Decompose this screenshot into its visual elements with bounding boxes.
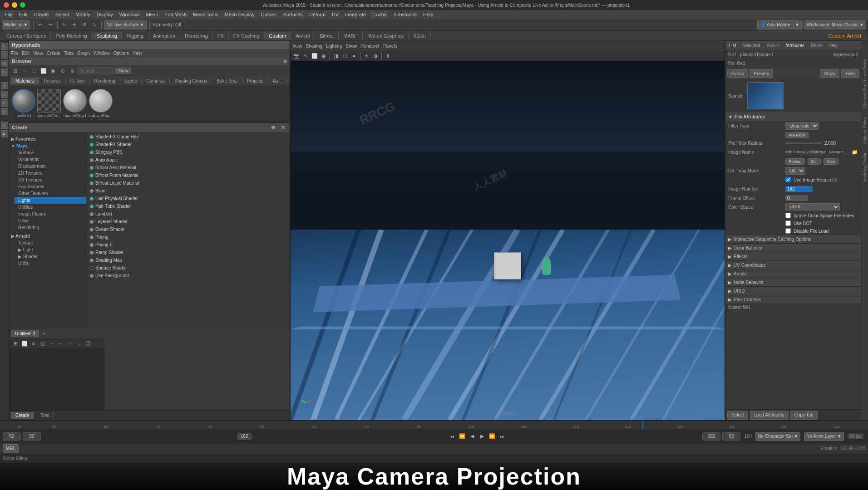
ne-frame-icon[interactable]: ⬜ [20,339,29,348]
tree-arnold-light[interactable]: ▶ Light [15,246,86,253]
nav-tab-poly-modeling[interactable]: Poly Modeling [51,32,92,39]
tree-arnold-shader[interactable]: ▶ Shader [15,253,86,260]
ne-layout-icon[interactable]: ≡ [30,339,38,348]
vp-shading-icon[interactable]: ◨ [332,52,340,60]
load-attrs-button[interactable]: Load Attributes [750,411,789,420]
vp-frame-icon[interactable]: ⬜ [311,52,319,60]
move-icon[interactable]: ✛ [70,21,79,29]
right-tab-help[interactable]: Help [827,43,840,49]
show-button[interactable]: Show [820,69,839,78]
browser-tab-bake-sets[interactable]: Bake Sets [212,78,242,84]
vp-light-icon[interactable]: ☀ [362,52,370,60]
list-phong-e[interactable]: Phong E [86,241,290,249]
vp-menu-panels[interactable]: Panels [383,44,397,49]
arnold-header[interactable]: ▶ Arnold [725,270,861,278]
char-set-dropdown[interactable]: No Character Set ▼ [755,432,800,441]
list-use-background[interactable]: Use Background [86,272,290,279]
list-bifrost-aero[interactable]: Bifrost Aero Material [86,164,290,172]
step-fwd-btn[interactable]: ⏩ [488,432,496,441]
nav-tab-curves-surfaces[interactable]: Curves / Surfaces [2,32,51,39]
list-phong[interactable]: Phong [86,233,290,241]
sidebar-snap-point[interactable]: V [1,108,8,115]
edit-btn[interactable]: Edit [808,158,821,165]
tree-displacement[interactable]: Displacement [15,163,86,170]
browser-show-btn[interactable]: Show [115,68,131,74]
right-tab-show[interactable]: Show [809,43,824,49]
tree-3d-textures[interactable]: 3D Textures [15,176,86,183]
image-browse-icon[interactable]: 📁 [851,148,858,156]
ne-select-icon[interactable]: ◻ [39,339,47,348]
list-shaderfx-shader[interactable]: ShaderFX Shader [86,141,290,148]
node-behavior-header[interactable]: ▶ Node Behavior [725,278,861,286]
right-tab-focus[interactable]: Focus [764,43,780,49]
sidebar-move-icon[interactable]: ↕ [1,51,8,59]
ne-traverse-up[interactable]: ↑ [66,339,74,348]
nav-tab-sculpting[interactable]: Sculpting [92,32,122,39]
effects-header[interactable]: ▶ Effects [725,252,861,260]
browser-tb-icon-4[interactable]: ⬜ [39,67,48,75]
vp-isolate-icon[interactable]: ◉ [320,52,328,60]
menu-generate[interactable]: Generate [342,11,369,18]
vp-menu-lighting[interactable]: Lighting [326,44,342,49]
browser-tb-icon-7[interactable]: ⊗ [68,67,76,75]
hs-menu-create[interactable]: Create [47,51,60,56]
hs-menu-options[interactable]: Options [113,51,128,56]
nav-tab-arnold[interactable]: Arnold [291,32,315,39]
tab-bins[interactable]: Bins [36,412,54,419]
menu-create[interactable]: Create [31,11,52,18]
browser-tab-as[interactable]: As... [268,78,287,84]
browser-tb-icon-2[interactable]: ≡ [20,67,29,75]
ignore-cs-checkbox[interactable] [785,213,791,218]
browser-tab-rendering[interactable]: Rendering [90,78,120,84]
menu-windows[interactable]: Windows [117,11,143,18]
rotate-icon[interactable]: ↺ [80,21,89,29]
tab-create[interactable]: Create [11,412,34,419]
ne-traverse-down[interactable]: ↓ [75,339,83,348]
vp-smooth-icon[interactable]: ● [350,52,358,60]
list-hair-tube[interactable]: Hair Tube Shader [86,202,290,210]
tree-env-textures[interactable]: Env Textures [15,183,86,190]
menu-display[interactable]: Display [94,11,116,18]
nav-tab-mash[interactable]: MASH [339,32,363,39]
material-surface-shader[interactable]: surfaceSha... [89,89,113,120]
sidebar-select-icon[interactable]: ↖ [1,43,8,50]
ne-fit-icon[interactable]: ⊞ [11,339,20,348]
create-icon-1[interactable]: ⊕ [269,123,277,132]
list-bifrost-foam[interactable]: Bifrost Foam Material [86,172,290,179]
list-stingray-pbs[interactable]: Stingray PBS [86,148,290,156]
sidebar-show-manipulator[interactable]: T [1,82,8,89]
tree-2d-textures[interactable]: 2D Textures [15,170,86,176]
tree-favorites[interactable]: ▶ Favorites [9,136,86,142]
vertical-attribute-editor[interactable]: Attribute Editor [863,117,867,144]
maximize-button[interactable] [20,2,25,8]
tree-rendering[interactable]: Rendering [15,224,86,231]
vp-select-icon[interactable]: ↖ [301,52,310,60]
undo-icon[interactable]: ↩ [36,21,44,29]
mel-btn[interactable]: MEL [3,444,19,453]
copy-tab-button[interactable]: Copy Tab [790,411,818,420]
hs-menu-graph[interactable]: Graph [77,51,90,56]
tree-volumetric[interactable]: Volumetric [15,156,86,163]
uuid-header[interactable]: ▶ UUID [725,287,861,295]
select-icon[interactable]: ↖ [60,21,69,29]
browser-tab-cameras[interactable]: Cameras [142,78,170,84]
select-button[interactable]: Select [727,411,748,420]
redo-icon[interactable]: ↪ [46,21,54,29]
menu-cache[interactable]: Cache [370,11,390,18]
nav-tab-xgen[interactable]: XGen [409,32,431,39]
tree-lights[interactable]: Lights [15,197,86,204]
next-frame-btn[interactable]: ⏭ [498,432,506,441]
menu-uv[interactable]: UV [329,11,341,18]
filter-type-select[interactable]: Quadratic [785,122,819,130]
hs-menu-window[interactable]: Window [94,51,110,56]
play-fwd-btn[interactable]: ▶ [478,432,486,441]
browser-tb-icon-5[interactable]: ◉ [49,67,57,75]
menu-file[interactable]: File [2,11,15,18]
menu-modify[interactable]: Modify [73,11,93,18]
nav-tab-rigging[interactable]: Rigging [122,32,148,39]
uv-tiling-select[interactable]: Off [785,167,805,175]
hs-menu-view[interactable]: View [33,51,43,56]
browser-tab-utilities[interactable]: Utilities [65,78,89,84]
nav-tab-animation[interactable]: Animation [148,32,180,39]
list-surface-shader[interactable]: Surface Shader [86,264,290,272]
